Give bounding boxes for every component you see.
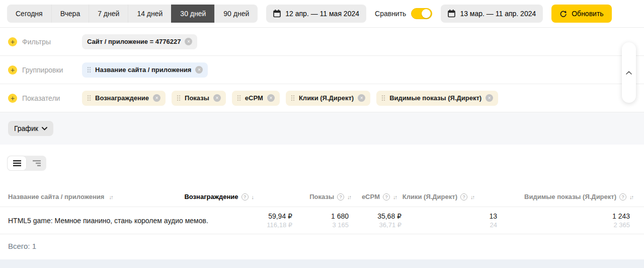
toolbar: Сегодня Вчера 7 дней 14 дней 30 дней 90 …	[0, 0, 644, 28]
metric-chip[interactable]: Вознаграждение ×	[82, 91, 166, 106]
site-name-cell: HTML5 game: Мемное пианино, стань короле…	[8, 217, 210, 225]
help-icon[interactable]: ?	[460, 193, 467, 200]
chart-section: График	[0, 112, 644, 145]
add-grouping-icon[interactable]: +	[8, 65, 17, 75]
compare-toggle[interactable]	[411, 8, 432, 19]
remove-metric-icon[interactable]: ×	[267, 94, 275, 102]
chevron-down-icon	[42, 127, 47, 130]
flat-view-button[interactable]	[7, 156, 27, 171]
add-metric-icon[interactable]: +	[8, 94, 17, 103]
period-segmented-control: Сегодня Вчера 7 дней 14 дней 30 дней 90 …	[7, 5, 258, 23]
drag-handle-icon[interactable]	[381, 95, 385, 101]
collapse-panel-button[interactable]	[622, 42, 636, 103]
groupings-row: + Группировки Название сайта / приложени…	[0, 56, 644, 84]
remove-grouping-icon[interactable]: ×	[195, 66, 203, 74]
table-section: Название сайта / приложения ↓↑ Вознаграж…	[0, 145, 644, 258]
metrics-label: Показатели	[22, 94, 60, 102]
total-count: Всего: 1	[0, 234, 644, 258]
metric-chip-label: Показы	[185, 94, 209, 102]
header-impressions[interactable]: Показы ? ↓↑	[298, 193, 355, 200]
remove-metric-icon[interactable]: ×	[486, 94, 493, 102]
add-filter-icon[interactable]: +	[8, 37, 17, 46]
table-view-toggle	[7, 156, 46, 171]
metrics-row: + Показатели Вознаграждение × Показы × e…	[0, 84, 644, 112]
help-icon[interactable]: ?	[383, 193, 390, 200]
period-14days-button[interactable]: 14 дней	[128, 5, 171, 23]
metric-chip-label: Вознаграждение	[95, 94, 149, 102]
metric-chip[interactable]: eCPM ×	[232, 91, 280, 106]
reward-cell: 59,94 ₽ 116,18 ₽	[267, 213, 292, 228]
drag-handle-icon[interactable]	[237, 95, 241, 101]
metric-chip-label: eCPM	[245, 94, 263, 102]
period-yesterday-button[interactable]: Вчера	[51, 5, 89, 23]
primary-date-range-label: 12 апр. — 11 мая 2024	[285, 10, 359, 18]
remove-metric-icon[interactable]: ×	[358, 94, 365, 102]
sort-icon: ↓↑	[393, 194, 396, 200]
sort-icon: ↓↑	[470, 194, 474, 200]
refresh-icon	[559, 10, 567, 18]
header-site-name[interactable]: Название сайта / приложения ↓↑	[8, 193, 210, 200]
sort-icon: ↓↑	[109, 194, 112, 200]
period-30days-button[interactable]: 30 дней	[171, 5, 214, 23]
period-90days-button[interactable]: 90 дней	[214, 5, 258, 23]
compare-control: Сравнить	[375, 8, 432, 19]
header-clicks[interactable]: Клики (Я.Директ) ? ↓↑	[408, 193, 503, 200]
chart-dropdown-button[interactable]: График	[8, 121, 53, 136]
filter-chip-label: Сайт / приложение = 4776227	[87, 38, 181, 45]
refresh-button[interactable]: Обновить	[551, 5, 611, 23]
remove-metric-icon[interactable]: ×	[213, 94, 221, 102]
tree-view-button[interactable]	[27, 156, 46, 171]
drag-handle-icon[interactable]	[177, 95, 181, 101]
drag-handle-icon[interactable]	[87, 95, 91, 101]
metric-chip[interactable]: Клики (Я.Директ) ×	[286, 91, 370, 106]
metric-chip[interactable]: Показы ×	[172, 91, 226, 106]
grouping-chip[interactable]: Название сайта / приложения ×	[82, 62, 208, 78]
grouping-chip-label: Название сайта / приложения	[95, 66, 191, 74]
help-icon[interactable]: ?	[337, 193, 344, 200]
calendar-icon	[273, 10, 281, 18]
period-7days-button[interactable]: 7 дней	[89, 5, 128, 23]
groupings-label: Группировки	[22, 66, 63, 74]
chevron-up-icon	[626, 71, 632, 75]
filters-row: + Фильтры Сайт / приложение = 4776227 ×	[0, 28, 644, 56]
toggle-knob	[422, 9, 431, 18]
ecpm-cell: 35,68 ₽ 36,71 ₽	[377, 213, 401, 228]
header-visible-impressions[interactable]: Видимые показы (Я.Директ) ? ↓↑	[503, 193, 636, 200]
sort-desc-icon: ↓	[252, 194, 254, 200]
metric-chip-label: Видимые показы (Я.Директ)	[389, 94, 481, 102]
drag-handle-icon[interactable]	[291, 95, 295, 101]
filter-chip[interactable]: Сайт / приложение = 4776227 ×	[82, 34, 197, 49]
header-reward[interactable]: Вознаграждение ? ↓	[210, 193, 298, 200]
impressions-cell: 1 680 3 165	[331, 213, 349, 228]
sort-icon: ↓↑	[629, 194, 633, 200]
footer-strip	[0, 259, 644, 268]
sort-icon: ↓↑	[347, 194, 351, 200]
refresh-label: Обновить	[572, 10, 603, 18]
metric-chip-label: Клики (Я.Директ)	[299, 94, 354, 102]
compare-date-range-button[interactable]: 13 мар. — 11 апр. 2024	[441, 5, 543, 23]
metric-chip[interactable]: Видимые показы (Я.Директ) ×	[376, 91, 498, 106]
chart-dropdown-label: График	[14, 124, 38, 132]
table-row: HTML5 game: Мемное пианино, стань короле…	[0, 207, 644, 234]
drag-handle-icon[interactable]	[87, 66, 91, 73]
header-ecpm[interactable]: eCPM ? ↓↑	[355, 193, 408, 200]
clicks-cell: 13 24	[489, 213, 497, 228]
calendar-icon	[448, 10, 455, 18]
compare-label: Сравнить	[375, 10, 406, 18]
help-icon[interactable]: ?	[242, 193, 249, 200]
primary-date-range-button[interactable]: 12 апр. — 11 мая 2024	[266, 5, 366, 23]
visible-impressions-cell: 1 243 2 365	[612, 213, 630, 228]
tree-view-icon	[33, 160, 41, 166]
remove-filter-icon[interactable]: ×	[185, 38, 192, 45]
help-icon[interactable]: ?	[619, 193, 626, 200]
compare-date-range-label: 13 мар. — 11 апр. 2024	[460, 10, 536, 18]
filters-label: Фильтры	[22, 38, 51, 46]
table-header-row: Название сайта / приложения ↓↑ Вознаграж…	[0, 187, 644, 207]
list-view-icon	[13, 160, 21, 166]
period-today-button[interactable]: Сегодня	[7, 5, 51, 23]
remove-metric-icon[interactable]: ×	[153, 94, 160, 102]
